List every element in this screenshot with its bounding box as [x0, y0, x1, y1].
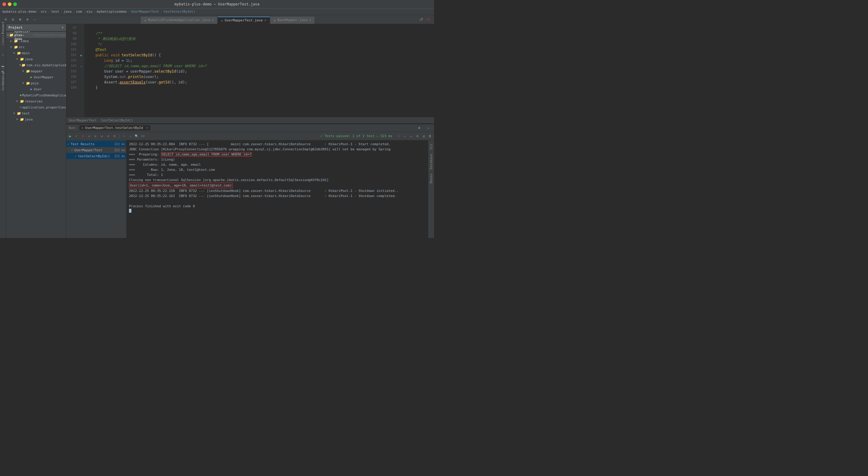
- code-content[interactable]: /** * 测试根据id进行查询 */ @Test public void te…: [84, 24, 434, 117]
- minimize-panel-icon[interactable]: —: [31, 16, 38, 23]
- test-class-item[interactable]: ✓ UserMapperTest 323 ms: [66, 147, 126, 153]
- maven-side-label[interactable]: Maven: [429, 172, 433, 185]
- app-icon: ●: [20, 93, 22, 97]
- tree-test-java[interactable]: ▼ 📁 java: [6, 116, 66, 122]
- console-line-8: User(id=1, name=Jone, age=18, email=test…: [129, 183, 426, 188]
- up-btn[interactable]: ↑: [121, 133, 127, 139]
- tab-mybatis-demo-app[interactable]: ☕ MybatisPlusDemoApplication.java ×: [141, 17, 217, 24]
- breadcrumb-project[interactable]: mybatis-plus-demo: [2, 10, 36, 13]
- scroll-up-btn[interactable]: ↑: [396, 133, 401, 139]
- code-line-108: }: [87, 85, 432, 90]
- project-tree[interactable]: ▼ 📁 mybatis-plus-demo ~/Desktop/developm…: [6, 31, 66, 238]
- expand-icon[interactable]: ⊞: [17, 16, 24, 23]
- user-icon: ●: [29, 87, 33, 91]
- tree-idea[interactable]: ▶ 📁 .idea: [6, 38, 66, 44]
- close-button[interactable]: [2, 2, 6, 6]
- print-btn[interactable]: 🖨: [421, 133, 427, 139]
- tree-user[interactable]: ● User: [6, 86, 66, 92]
- line-numbers: 97 98 99 100 101 102 103 104 105 106 107…: [66, 24, 79, 117]
- titlebar-buttons[interactable]: [2, 2, 17, 6]
- sort-btn[interactable]: ⇅: [93, 133, 98, 139]
- tree-usermapper[interactable]: ● UserMapper: [6, 74, 66, 80]
- editor-area: 97 98 99 100 101 102 103 104 105 106 107…: [66, 24, 434, 238]
- code-line-99: * 测试根据id进行查询: [87, 36, 432, 41]
- tab-base-mapper[interactable]: ☕ BaseMapper.java ×: [270, 17, 315, 24]
- test-method-item[interactable]: ✓ testSelectById() 323 ms: [66, 153, 126, 159]
- mapper-folder-icon: 📁: [26, 69, 30, 73]
- more-btn[interactable]: >>: [140, 133, 146, 139]
- project-panel-header: Project ▼: [6, 24, 66, 31]
- console-line-0: 2022-12-25 00:35:22.084 INFO 8732 --- [ …: [129, 141, 426, 147]
- export-btn[interactable]: ⊟: [112, 133, 117, 139]
- maximize-button[interactable]: [13, 2, 17, 6]
- run-btn[interactable]: ▶: [67, 133, 73, 139]
- run-panel-header: Run: ⊙ UserMapperTest.testSelectById × ⚙…: [66, 124, 434, 132]
- collapse-icon[interactable]: ⊟: [10, 16, 16, 23]
- tree-app[interactable]: ● MybatisPlusDemoApplication: [6, 92, 66, 98]
- git-side-label[interactable]: Git: [429, 141, 433, 151]
- console-line-6: <== Total: 1: [129, 172, 426, 178]
- wrap-btn[interactable]: ↵: [408, 133, 414, 139]
- run-tab[interactable]: ⊙ UserMapperTest.testSelectById ×: [79, 125, 151, 130]
- tree-resources[interactable]: ▼ 📁 resources: [6, 98, 66, 104]
- folder-icon: 📁: [9, 33, 13, 37]
- project-icon[interactable]: Project: [1, 25, 5, 30]
- tree-root[interactable]: ▼ 📁 mybatis-plus-demo ~/Desktop/developm…: [6, 32, 66, 38]
- tree-com-xiu[interactable]: ▼ 📁 com.xiu.mybatisplusdemo: [6, 62, 66, 68]
- code-line-106: System.out.println(user);: [87, 74, 432, 80]
- warnings-icon[interactable]: ⚠7: [418, 16, 424, 23]
- run-gutter-icon[interactable]: ▶: [81, 54, 82, 57]
- test-pass-icon: ✓: [67, 142, 70, 146]
- bookmark-icon[interactable]: Bookmarks: [1, 81, 5, 86]
- filter-btn[interactable]: 🔍: [134, 133, 139, 139]
- code-line-103: Long id = 1L;: [87, 58, 432, 63]
- sort2-btn[interactable]: ⇄: [99, 133, 104, 139]
- tree-test[interactable]: ▼ 📁 test: [6, 110, 66, 116]
- group-btn[interactable]: ≡: [105, 133, 111, 139]
- project-title: Project: [8, 26, 22, 30]
- indent-btn[interactable]: ⊞: [415, 133, 420, 139]
- structure-side-icon[interactable]: ≡: [1, 53, 5, 57]
- tree-appprops[interactable]: ⚙ application.properties: [6, 104, 66, 110]
- tree-mapper[interactable]: ▼ 📁 mapper: [6, 68, 66, 74]
- settings-icon[interactable]: ⚙: [24, 16, 31, 23]
- console-line-11: [129, 198, 426, 204]
- errors-icon[interactable]: ✗2: [425, 16, 432, 23]
- minimize-button[interactable]: [8, 2, 11, 6]
- sql-highlight: SELECT id,name,age,email FROM user WHERE…: [161, 152, 252, 157]
- database-side-label[interactable]: Database: [429, 152, 433, 171]
- tree-java[interactable]: ▼ 📁 java: [6, 56, 66, 62]
- gutter: ▶ ↗: [79, 24, 84, 117]
- rerun-btn[interactable]: ↺: [87, 133, 92, 139]
- stop-btn[interactable]: ⊡: [80, 133, 86, 139]
- code-line-98: /**: [87, 31, 432, 36]
- tab-user-mapper-test[interactable]: ☕ UserMapperTest.java ×: [218, 17, 270, 24]
- project-panel: Project ▼ ▼ 📁 mybatis-plus-demo ~/Deskto…: [6, 24, 66, 238]
- tree-src[interactable]: ▼ 📁 src: [6, 44, 66, 50]
- code-line-100: */: [87, 41, 432, 47]
- test-results-root[interactable]: ✓ Test Results 323 ms: [66, 141, 126, 147]
- down-btn[interactable]: ↓: [127, 133, 133, 139]
- code-editor[interactable]: 97 98 99 100 101 102 103 104 105 106 107…: [66, 24, 434, 117]
- cursor: [129, 209, 131, 213]
- tab-close-2[interactable]: ×: [309, 19, 311, 22]
- commit-icon[interactable]: Commit: [1, 37, 5, 42]
- camera-icon[interactable]: 📷: [1, 64, 5, 69]
- delete-btn[interactable]: 🗑: [427, 133, 433, 139]
- console-line-4: <== Columns: id, name, age, email: [129, 162, 426, 167]
- tab-close-0[interactable]: ×: [212, 19, 214, 22]
- code-line-105: User user = userMapper.selectById(id);: [87, 69, 432, 74]
- settings-run-icon[interactable]: ⚙: [416, 125, 423, 131]
- resources-folder-icon: 📁: [20, 99, 24, 103]
- titlebar: mybatis-plus-demo – UserMapperTest.java: [0, 0, 434, 8]
- scroll-down-btn[interactable]: ↓: [402, 133, 407, 139]
- editor-breadcrumb: UserMapperTest › testSelectById(): [66, 117, 434, 124]
- tab-close-1[interactable]: ×: [264, 19, 266, 22]
- test-tree[interactable]: ✓ Test Results 323 ms ✓ UserMapperTest 3…: [66, 140, 126, 238]
- console-line-3: ==> Parameters: 1(Long): [129, 157, 426, 162]
- close-run-icon[interactable]: —: [425, 125, 432, 131]
- console-output[interactable]: 2022-12-25 00:35:22.084 INFO 8732 --- [ …: [127, 140, 428, 238]
- check-btn[interactable]: ✓: [74, 133, 79, 139]
- tree-main[interactable]: ▼ 📁 main: [6, 50, 66, 56]
- tree-pojo[interactable]: ▼ 📁 pojo: [6, 80, 66, 86]
